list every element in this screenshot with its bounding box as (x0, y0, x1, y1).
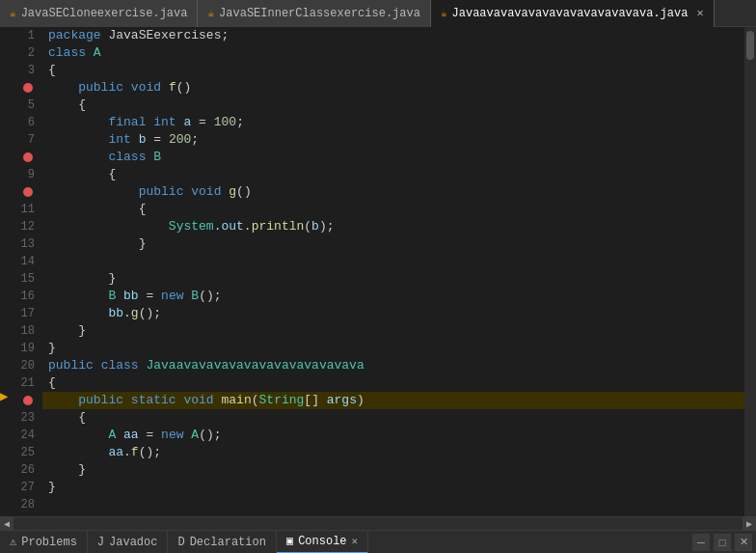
vertical-scrollbar[interactable] (744, 27, 756, 516)
bottom-bar-controls: ─ □ ✕ (692, 534, 756, 551)
minimize-btn[interactable]: ─ (692, 534, 710, 551)
line-num-12: 12 (12, 218, 35, 235)
code-line-18: } (42, 322, 744, 340)
line-numbers: 1235679111213141516171819202123242526272… (12, 27, 42, 516)
line-num-19: 19 (12, 340, 35, 357)
problems-icon: ⚠ (10, 535, 16, 549)
line-num-20: 20 (12, 357, 35, 374)
line-num-5: 5 (12, 97, 35, 114)
javadoc-icon: J (97, 536, 104, 549)
line-num-18: 18 (12, 322, 35, 340)
bottom-tab-declaration[interactable]: D Declaration (168, 531, 276, 554)
line-num-17: 17 (12, 305, 35, 322)
line-num-9: 9 (12, 166, 35, 183)
line-num-25: 25 (12, 444, 35, 461)
console-label: Console (298, 535, 346, 548)
left-gutter-arrows: ▶ (0, 27, 12, 516)
debug-arrow-indicator: ▶ (0, 388, 8, 404)
tab-java-icon2: ☕ (207, 7, 214, 19)
close-view-btn[interactable]: ✕ (735, 534, 752, 551)
breakpoint-dot-8 (23, 152, 33, 162)
breakpoint-dot-22 (23, 396, 33, 405)
console-icon: ▣ (286, 534, 293, 548)
tab-innerclass[interactable]: ☕ JavaSEInnerClassexercise.java (198, 0, 430, 27)
code-editor[interactable]: package JavaSEexercises;class A{ public … (42, 27, 744, 516)
tab-close-btn[interactable]: ✕ (696, 6, 703, 20)
bottom-tab-problems[interactable]: ⚠ Problems (0, 531, 88, 554)
declaration-label: Declaration (190, 536, 266, 549)
code-line-10: public void g() (42, 183, 744, 201)
line-num-6: 6 (12, 114, 35, 131)
line-num-27: 27 (12, 479, 35, 496)
line-num-24: 24 (12, 427, 35, 444)
bottom-tab-javadoc[interactable]: J Javadoc (88, 531, 169, 554)
tab-label3: Javaavavavavavavavavavavavava.java (452, 7, 688, 20)
code-line-14 (42, 253, 744, 270)
line-num-28: 28 (12, 496, 35, 513)
hscroll-right-btn[interactable]: ▶ (742, 517, 756, 531)
scrollbar-thumb[interactable] (746, 31, 754, 60)
code-line-19: } (42, 340, 744, 357)
tab-java-icon3: ☕ (441, 7, 447, 19)
code-line-15: } (42, 270, 744, 288)
code-line-28 (42, 496, 744, 513)
hscroll-track[interactable] (14, 517, 742, 531)
line-num-22 (12, 392, 35, 409)
code-line-23: { (42, 409, 744, 427)
tab-java-icon: ☕ (10, 7, 16, 19)
code-line-4: public void f() (42, 79, 744, 97)
line-num-2: 2 (12, 44, 35, 62)
line-num-8 (12, 149, 35, 166)
line-num-23: 23 (12, 409, 35, 427)
code-line-16: B bb = new B(); (42, 288, 744, 305)
code-line-24: A aa = new A(); (42, 427, 744, 444)
bottom-tab-bar: ⚠ Problems J Javadoc D Declaration ▣ Con… (0, 530, 756, 553)
tab-javaava[interactable]: ☕ Javaavavavavavavavavavavavava.java ✕ (431, 0, 715, 27)
line-num-7: 7 (12, 131, 35, 149)
line-num-4 (12, 79, 35, 97)
line-num-3: 3 (12, 62, 35, 79)
code-line-11: { (42, 201, 744, 218)
javadoc-label: Javadoc (109, 536, 157, 549)
console-close-btn[interactable]: ✕ (352, 535, 359, 547)
line-num-11: 11 (12, 201, 35, 218)
breakpoint-dot-4 (23, 83, 33, 93)
problems-label: Problems (21, 536, 77, 549)
hscroll-left-btn[interactable]: ◀ (0, 517, 14, 531)
code-line-17: bb.g(); (42, 305, 744, 322)
line-num-15: 15 (12, 270, 35, 288)
line-num-14: 14 (12, 253, 35, 270)
declaration-icon: D (177, 536, 184, 549)
code-line-8: class B (42, 149, 744, 166)
maximize-btn[interactable]: □ (714, 534, 731, 551)
code-line-13: } (42, 235, 744, 253)
tab-cloneexercise[interactable]: ☕ JavaSECloneexercise.java (0, 0, 198, 27)
line-num-13: 13 (12, 235, 35, 253)
tab-label2: JavaSEInnerClassexercise.java (219, 7, 420, 20)
code-line-12: System.out.println(b); (42, 218, 744, 235)
line-num-16: 16 (12, 288, 35, 305)
code-line-27: } (42, 479, 744, 496)
editor-tab-bar: ☕ JavaSECloneexercise.java ☕ JavaSEInner… (0, 0, 756, 27)
horizontal-scrollbar[interactable]: ◀ ▶ (0, 516, 756, 530)
code-line-2: class A (42, 44, 744, 62)
line-num-21: 21 (12, 374, 35, 392)
code-line-1: package JavaSEexercises; (42, 27, 744, 44)
code-line-26: } (42, 461, 744, 479)
code-line-9: { (42, 166, 744, 183)
code-line-21: { (42, 374, 744, 392)
line-num-26: 26 (12, 461, 35, 479)
editor-area: ▶ 12356791112131415161718192021232425262… (0, 27, 756, 516)
code-line-6: final int a = 100; (42, 114, 744, 131)
code-line-25: aa.f(); (42, 444, 744, 461)
line-num-1: 1 (12, 27, 35, 44)
bottom-tab-console[interactable]: ▣ Console ✕ (277, 531, 368, 554)
tab-label: JavaSECloneexercise.java (21, 7, 188, 20)
line-num-10 (12, 183, 35, 201)
code-line-3: { (42, 62, 744, 79)
code-line-20: public class Javaavavavavavavavavavavava… (42, 357, 744, 374)
code-line-5: { (42, 97, 744, 114)
breakpoint-dot-10 (23, 187, 33, 197)
code-line-7: int b = 200; (42, 131, 744, 149)
code-line-22: public static void main(String[] args) (42, 392, 744, 409)
